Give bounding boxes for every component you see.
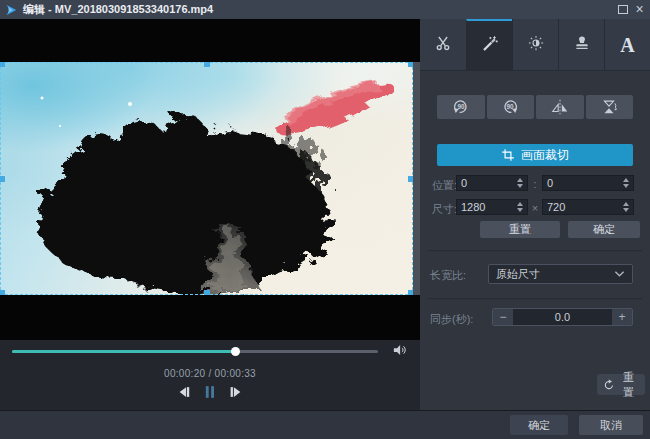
size-height-spinner[interactable] — [619, 200, 632, 214]
close-button[interactable]: × — [631, 0, 648, 19]
previous-frame-button[interactable] — [178, 385, 191, 399]
cancel-button[interactable]: 取消 — [579, 415, 643, 435]
aspect-ratio-select[interactable]: 原始尺寸 — [488, 264, 633, 284]
tool-tabs: A — [420, 19, 650, 71]
brightness-icon — [527, 34, 545, 56]
crop-apply-button[interactable]: 确定 — [568, 221, 640, 238]
playback-buttons — [0, 385, 420, 399]
stamp-icon — [573, 34, 591, 56]
svg-text:90: 90 — [507, 103, 515, 110]
aspect-ratio-value: 原始尺寸 — [496, 267, 614, 282]
pause-button[interactable] — [205, 385, 215, 399]
maximize-icon — [618, 5, 628, 14]
preview-side-strip — [413, 62, 420, 295]
section-divider — [428, 250, 642, 252]
chevron-down-icon — [614, 270, 625, 278]
timeline-slider[interactable] — [12, 350, 378, 353]
video-preview — [0, 62, 413, 295]
spin-down-icon[interactable] — [623, 208, 629, 212]
video-edit-window: 编辑 - MV_201803091853340176.mp4 × — [0, 0, 650, 439]
svg-text:90: 90 — [457, 103, 465, 110]
position-y-field — [542, 175, 634, 191]
player-controls: 00:00:20 / 00:00:33 — [0, 340, 420, 410]
edit-panel: A 90 90 画面裁切 位置: — [420, 19, 650, 410]
spin-up-icon[interactable] — [517, 202, 523, 206]
rotate-right-90-button[interactable]: 90 — [487, 95, 535, 119]
tab-text[interactable]: A — [604, 19, 650, 71]
crop-reset-button[interactable]: 重置 — [480, 221, 560, 238]
crop-handle-top-left[interactable] — [0, 62, 5, 67]
video-player: 00:00:20 / 00:00:33 — [0, 19, 420, 410]
position-x-field — [456, 175, 528, 191]
flip-horizontal-button[interactable] — [536, 95, 584, 119]
size-height-field — [542, 199, 634, 215]
refresh-icon — [603, 379, 615, 391]
aspect-ratio-label: 长宽比: — [430, 268, 466, 283]
crop-icon — [501, 148, 515, 162]
size-width-spinner[interactable] — [513, 200, 526, 214]
maximize-button[interactable] — [614, 0, 631, 19]
crop-handle-left[interactable] — [0, 176, 5, 182]
transform-buttons: 90 90 — [437, 95, 633, 119]
timeline-thumb[interactable] — [231, 347, 240, 356]
crop-handle-bottom[interactable] — [204, 290, 210, 295]
position-x-spinner[interactable] — [513, 176, 526, 190]
sync-minus-button[interactable]: − — [493, 309, 513, 325]
tab-adjust[interactable] — [512, 19, 558, 71]
tab-effect[interactable] — [466, 19, 512, 71]
spin-down-icon[interactable] — [623, 184, 629, 188]
rotate-left-90-button[interactable]: 90 — [437, 95, 485, 119]
spin-down-icon[interactable] — [517, 184, 523, 188]
panel-reset-button[interactable]: 重置 — [597, 374, 645, 395]
letter-a-icon: A — [620, 35, 634, 55]
spin-up-icon[interactable] — [623, 178, 629, 182]
video-stage — [0, 19, 420, 340]
tab-watermark[interactable] — [558, 19, 604, 71]
size-width-input[interactable] — [457, 200, 516, 214]
spin-down-icon[interactable] — [517, 208, 523, 212]
position-x-input[interactable] — [457, 176, 516, 190]
size-height-input[interactable] — [543, 200, 622, 214]
sync-stepper: − 0.0 + — [492, 308, 633, 326]
position-y-spinner[interactable] — [619, 176, 632, 190]
spin-up-icon[interactable] — [623, 202, 629, 206]
tab-cut[interactable] — [420, 19, 466, 71]
footer-bar: 确定 取消 — [0, 410, 650, 439]
timeline-fill — [12, 350, 235, 353]
sync-label: 同步(秒): — [430, 312, 473, 327]
panel-reset-label: 重置 — [618, 370, 639, 400]
spin-up-icon[interactable] — [517, 178, 523, 182]
size-label: 尺寸: — [432, 202, 457, 217]
app-logo-icon — [4, 3, 18, 17]
sync-plus-button[interactable]: + — [612, 309, 632, 325]
size-width-field — [456, 199, 528, 215]
size-separator: × — [528, 202, 542, 214]
section-divider — [428, 298, 642, 300]
crop-handle-top[interactable] — [204, 62, 210, 67]
window-title: 编辑 - MV_201803091853340176.mp4 — [23, 2, 213, 17]
titlebar: 编辑 - MV_201803091853340176.mp4 × — [0, 0, 650, 19]
magic-wand-icon — [481, 35, 499, 57]
position-separator: : — [528, 178, 542, 190]
crop-button-label: 画面裁切 — [521, 147, 569, 164]
position-y-input[interactable] — [543, 176, 622, 190]
volume-icon[interactable] — [392, 343, 407, 357]
position-label: 位置: — [432, 178, 457, 193]
sync-value: 0.0 — [513, 309, 612, 325]
crop-handle-bottom-left[interactable] — [0, 290, 5, 295]
crop-button[interactable]: 画面裁切 — [437, 144, 633, 166]
next-frame-button[interactable] — [229, 385, 242, 399]
time-display: 00:00:20 / 00:00:33 — [0, 368, 420, 379]
ok-button[interactable]: 确定 — [510, 415, 568, 435]
crop-marquee[interactable] — [0, 62, 413, 295]
flip-vertical-button[interactable] — [586, 95, 634, 119]
scissors-icon — [434, 34, 452, 56]
